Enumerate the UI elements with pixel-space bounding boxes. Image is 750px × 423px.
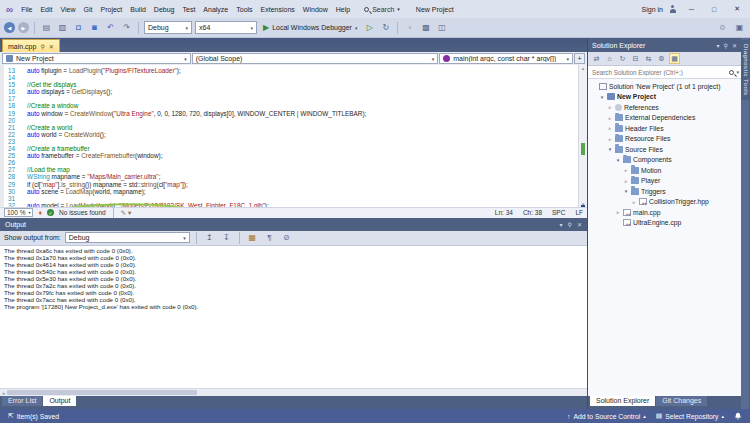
output-horizontal-scrollbar[interactable]: ◂ [0,388,587,396]
menu-debug[interactable]: Debug [150,4,179,15]
tree-item-ultraengine-cpp[interactable]: UltraEngine.cpp [588,218,741,229]
start-debugging-button[interactable]: ▶ Local Windows Debugger ▾ [260,23,360,32]
code-line-21[interactable]: 21 //Create a world [4,124,578,131]
navigate-backward-icon[interactable]: ◀ [4,22,15,33]
expand-arrow-icon[interactable]: ▹ [623,167,629,173]
sync-with-active-document-icon[interactable]: ⇆ [643,53,654,64]
menu-file[interactable]: File [17,4,36,15]
previous-message-icon[interactable]: ↥ [203,231,216,244]
code-line-18[interactable]: 18 //Create a window [4,102,578,109]
document-health-icon[interactable]: ♦ [38,209,42,216]
redo-icon[interactable]: ↷ [120,21,133,34]
code-line-22[interactable]: 22 auto world = CreateWorld(); [4,131,578,138]
refresh-icon[interactable]: ↻ [617,53,628,64]
code-line-32[interactable]: 32 auto model = LoadModel(world, "/Model… [4,202,578,207]
scrollbar-thumb[interactable] [7,390,197,395]
tree-item-new-project[interactable]: ▾New Project [588,92,741,103]
code-line-13[interactable]: 13 auto fiplugin = LoadPlugin("Plugins/F… [4,67,578,74]
breakpoint-window-icon[interactable]: ▩ [419,21,432,34]
split-window-button[interactable]: + [574,53,585,64]
menu-help[interactable]: Help [332,4,354,15]
tree-item-collisiontrigger-hpp[interactable]: ▹CollisionTrigger.hpp [588,197,741,208]
open-file-icon[interactable]: ▧ [56,21,69,34]
collapse-arrow-icon[interactable]: ▾ [623,188,629,194]
code-line-24[interactable]: 24 //Create a framebuffer [4,145,578,152]
autoscroll-icon[interactable]: ⊘ [280,231,293,244]
expand-arrow-icon[interactable]: ▹ [607,104,613,110]
code-line-23[interactable]: 23 [4,138,578,145]
code-line-25[interactable]: 25 auto framebuffer = CreateFramebuffer(… [4,152,578,159]
code-line-31[interactable]: 31 [4,195,578,202]
switch-views-icon[interactable]: ⇄ [591,53,602,64]
tree-item-source-files[interactable]: ▾Source Files [588,144,741,155]
save-icon[interactable]: ◘ [72,21,85,34]
output-source-dropdown[interactable]: Debug▾ [65,232,190,243]
project-dropdown[interactable]: New Project ▾ [2,53,191,64]
output-panel-header[interactable]: Output ▾ ⚲ ✕ [0,218,587,231]
pin-icon[interactable]: ⚲ [40,43,44,50]
close-button[interactable]: ✕ [728,4,746,14]
notifications-bell-icon[interactable] [734,412,742,421]
solution-explorer-search[interactable]: ▾ [588,66,741,79]
solution-platform-dropdown[interactable]: x64▾ [195,21,257,34]
tree-item-triggers[interactable]: ▾Triggers [588,186,741,197]
tree-item-solution-new-project-1-of-1-project[interactable]: Solution 'New Project' (1 of 1 project) [588,81,741,92]
expand-arrow-icon[interactable]: ▹ [607,125,613,131]
menu-test[interactable]: Test [179,4,200,15]
word-wrap-icon[interactable]: ¶ [263,231,276,244]
tree-item-motion[interactable]: ▹Motion [588,165,741,176]
tree-item-resource-files[interactable]: ▹Resource Files [588,134,741,145]
search-control[interactable]: Search ▾ [364,6,400,13]
tab-git-changes[interactable]: Git Changes [656,396,707,406]
user-avatar-icon[interactable] [669,5,677,13]
sign-in-button[interactable]: Sign in [642,6,663,13]
tab-solution-explorer[interactable]: Solution Explorer [590,396,655,406]
menu-build[interactable]: Build [126,4,150,15]
tree-item-header-files[interactable]: ▹Header Files [588,123,741,134]
solution-explorer-header[interactable]: Solution Explorer ▾ ⚲ ✕ [588,38,741,52]
collapse-arrow-icon[interactable]: ▾ [615,157,621,163]
tree-item-main-cpp[interactable]: ▹main.cpp [588,207,741,218]
code-editor[interactable]: 13 auto fiplugin = LoadPlugin("Plugins/F… [0,65,587,207]
menu-git[interactable]: Git [80,4,97,15]
pin-icon[interactable]: ⚲ [724,42,728,49]
close-icon[interactable]: ✕ [732,42,737,49]
code-line-17[interactable]: 17 [4,95,578,102]
expand-arrow-icon[interactable]: ▹ [607,136,613,142]
start-without-debugging-icon[interactable]: ▷ [363,21,376,34]
editor-vertical-scrollbar[interactable]: ▴ ▾ [578,65,587,207]
code-line-14[interactable]: 14 [4,74,578,81]
menu-view[interactable]: View [56,4,79,15]
expand-arrow-icon[interactable]: ▹ [607,115,613,121]
scope-dropdown[interactable]: (Global Scope) ▾ [192,53,439,64]
menu-analyze[interactable]: Analyze [199,4,232,15]
menu-edit[interactable]: Edit [36,4,56,15]
menu-tools[interactable]: Tools [232,4,256,15]
member-dropdown[interactable]: main(int argc, const char * argv[]) ▾ [439,53,573,64]
screenshot-icon[interactable]: ▣ [733,21,746,34]
expand-arrow-icon[interactable]: ▹ [631,199,637,205]
find-in-files-icon[interactable]: ▫ [403,21,416,34]
scroll-up-arrow-icon[interactable]: ▴ [582,65,585,71]
indent-mode[interactable]: SPC [552,209,565,216]
hot-reload-icon[interactable]: ↻ [379,21,392,34]
menu-project[interactable]: Project [96,4,126,15]
code-suggestions-icon[interactable]: ✎ ▾ [121,209,132,217]
show-all-files-icon[interactable]: ▦ [669,53,680,64]
collapse-arrow-icon[interactable]: ▾ [599,94,605,100]
send-feedback-icon[interactable]: ☺ [716,21,729,34]
expand-arrow-icon[interactable]: ▹ [623,178,629,184]
clear-all-icon[interactable]: ▦ [246,231,259,244]
code-line-15[interactable]: 15 //Get the displays [4,81,578,88]
pin-icon[interactable]: ⚲ [568,221,572,228]
next-message-icon[interactable]: ↧ [220,231,233,244]
menu-extensions[interactable]: Extensions [257,4,299,15]
properties-icon[interactable]: ⚙ [656,53,667,64]
undo-icon[interactable]: ↶ [104,21,117,34]
code-line-19[interactable]: 19 auto window = CreateWindow("Ultra Eng… [4,110,578,117]
menu-window[interactable]: Window [299,4,332,15]
save-all-icon[interactable]: ◙ [88,21,101,34]
window-position-dropdown-icon[interactable]: ▾ [560,221,563,228]
minimize-button[interactable]: ─ [683,5,700,14]
solution-explorer-search-input[interactable] [590,68,727,77]
